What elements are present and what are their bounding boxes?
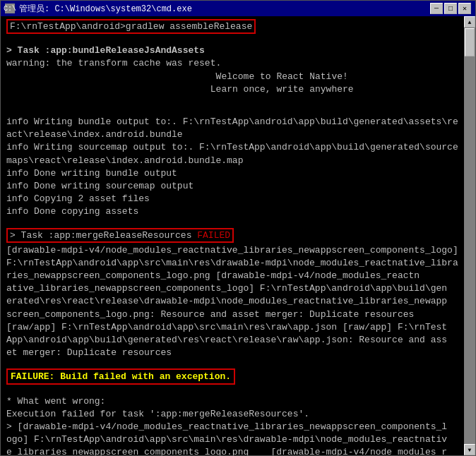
window-title: 管理员: C:\Windows\system32\cmd.exe bbox=[19, 3, 192, 15]
scrollbar[interactable]: ▲ ▼ bbox=[464, 16, 475, 455]
blank-1 bbox=[6, 35, 458, 44]
info-done-bundle: info Done writing bundle output bbox=[6, 167, 458, 180]
cmd-icon: C:\ bbox=[5, 4, 15, 13]
error-details-6: App\android\app\build\generated\res\reac… bbox=[6, 334, 458, 347]
cmd-window: C:\ 管理员: C:\Windows\system32\cmd.exe ─ □… bbox=[0, 0, 476, 456]
execution-failed: Execution failed for task ':app:mergeRel… bbox=[6, 408, 458, 421]
terminal-content[interactable]: F:\rnTestApp\android>gradlew assembleRel… bbox=[1, 16, 464, 455]
warning-line: warning: the transform cache was reset. bbox=[6, 57, 458, 70]
error-details-7: et merger: Duplicate resources bbox=[6, 347, 458, 359]
failure-banner: FAILURE: Build failed with an exception. bbox=[6, 368, 235, 385]
blank-5 bbox=[6, 359, 458, 369]
task-bundle-line: > Task :app:bundleReleaseJsAndAssets bbox=[6, 44, 458, 57]
content-wrapper: F:\rnTestApp\android>gradlew assembleRel… bbox=[1, 16, 475, 455]
info-copying: info Copying 2 asset files bbox=[6, 193, 458, 205]
command-line: F:\rnTestApp\android>gradlew assembleRel… bbox=[6, 20, 458, 33]
minimize-button[interactable]: ─ bbox=[430, 3, 443, 14]
title-bar: C:\ 管理员: C:\Windows\system32\cmd.exe ─ □… bbox=[1, 1, 475, 16]
error-details-1: [drawable-mdpi-v4/node_modules_reactnati… bbox=[6, 244, 458, 283]
learn-line: Learn once, write anywhere bbox=[6, 83, 458, 96]
welcome-line: Welcome to React Native! bbox=[6, 71, 458, 83]
blank-6 bbox=[6, 385, 458, 395]
execution-error-1: > [drawable-mdpi-v4/node_modules_reactna… bbox=[6, 421, 458, 433]
window-controls: ─ □ ✕ bbox=[430, 3, 471, 14]
scroll-up-button[interactable]: ▲ bbox=[464, 16, 475, 28]
blank-2 bbox=[6, 96, 458, 106]
maximize-button[interactable]: □ bbox=[444, 3, 457, 14]
task-failed-container: > Task :app:mergeReleaseResources FAILED bbox=[6, 229, 458, 242]
error-details-5: [raw/app] F:\rnTestApp\android\app\src\m… bbox=[6, 321, 458, 334]
scroll-down-button[interactable]: ▼ bbox=[464, 444, 475, 455]
info-sourcemap-output: info Writing sourcemap output to:. F:\rn… bbox=[6, 141, 458, 167]
failed-label: FAILED bbox=[197, 230, 230, 241]
error-details-3: erated\res\react\release\drawable-mdpi\n… bbox=[6, 295, 458, 308]
info-done-copying: info Done copying assets bbox=[6, 205, 458, 218]
info-done-sourcemap: info Done writing sourcemap output bbox=[6, 180, 458, 193]
execution-error-2: ogo] F:\rnTestApp\android\app\src\main\r… bbox=[6, 433, 458, 446]
scroll-thumb[interactable] bbox=[465, 28, 475, 56]
close-button[interactable]: ✕ bbox=[458, 3, 471, 14]
command-highlighted: F:\rnTestApp\android>gradlew assembleRel… bbox=[6, 19, 256, 34]
blank-4 bbox=[6, 218, 458, 228]
execution-error-3: e_libraries_newappscreen_components_logo… bbox=[6, 446, 458, 455]
info-bundle-output: info Writing bundle output to:. F:\rnTes… bbox=[6, 116, 458, 141]
task-failed-highlighted: > Task :app:mergeReleaseResources FAILED bbox=[6, 228, 234, 243]
failure-banner-container: FAILURE: Build failed with an exception. bbox=[6, 371, 458, 383]
title-bar-left: C:\ 管理员: C:\Windows\system32\cmd.exe bbox=[5, 3, 192, 15]
scroll-track[interactable] bbox=[464, 28, 475, 444]
error-details-4: screen_components_logo.png: Resource and… bbox=[6, 308, 458, 321]
blank-3 bbox=[6, 106, 458, 116]
error-details-2: ative_libraries_newappscreen_components_… bbox=[6, 282, 458, 295]
what-went-wrong: * What went wrong: bbox=[6, 395, 458, 408]
